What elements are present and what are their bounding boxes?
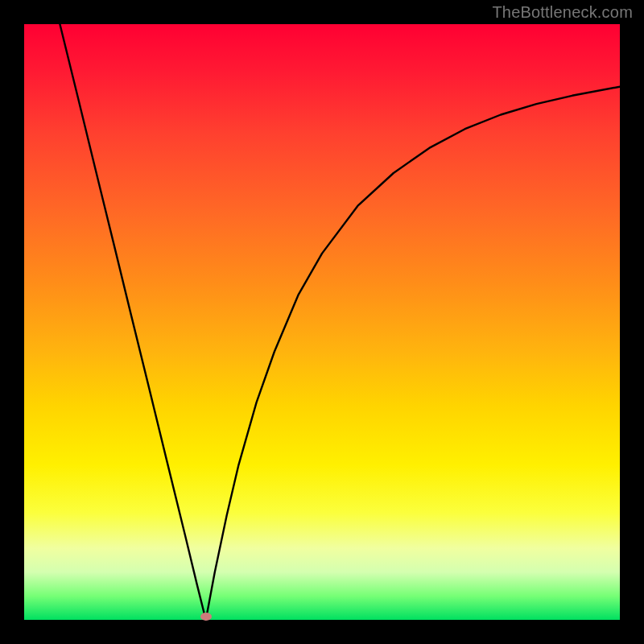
minimum-marker xyxy=(200,613,212,621)
bottleneck-curve xyxy=(60,24,620,620)
curve-layer xyxy=(24,24,620,620)
watermark-text: TheBottleneck.com xyxy=(492,3,633,22)
plot-area xyxy=(24,24,620,620)
chart-frame: TheBottleneck.com xyxy=(0,0,644,644)
